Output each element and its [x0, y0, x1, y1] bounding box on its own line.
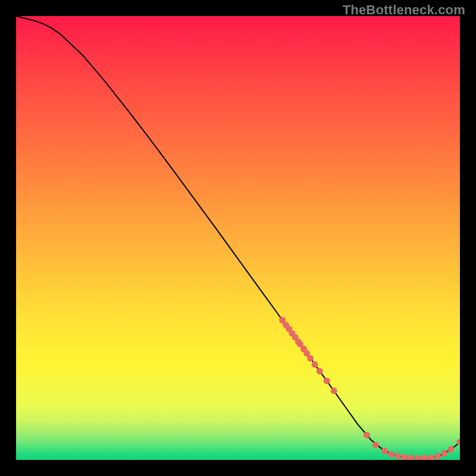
- marker-dot: [388, 451, 394, 458]
- marker-dot: [324, 378, 330, 384]
- marker-dot: [434, 453, 441, 460]
- marker-dot: [372, 441, 379, 448]
- marker-dot: [312, 361, 318, 368]
- marker-dot: [394, 453, 401, 459]
- marker-dot: [448, 446, 455, 453]
- plot-area: [16, 16, 460, 460]
- marker-dot: [317, 368, 323, 374]
- marker-dot: [307, 355, 314, 362]
- marker-dot: [381, 448, 388, 455]
- chart-svg: [16, 16, 460, 460]
- marker-dot: [441, 450, 447, 456]
- chart-frame: TheBottleneck.com: [0, 0, 476, 476]
- gradient-background: [16, 16, 460, 460]
- watermark-text: TheBottleneck.com: [343, 2, 465, 18]
- marker-dot: [364, 432, 370, 439]
- marker-dot: [331, 387, 337, 394]
